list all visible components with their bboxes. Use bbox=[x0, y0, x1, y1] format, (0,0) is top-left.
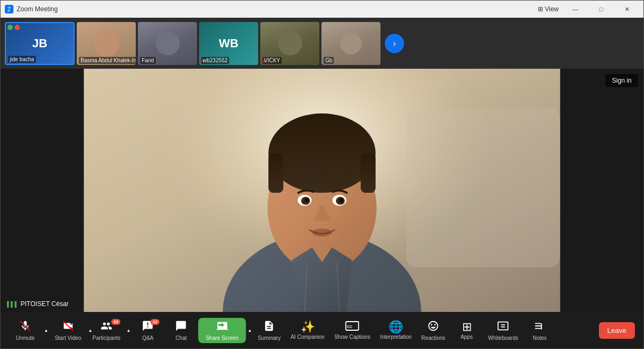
maximize-button[interactable]: □ bbox=[589, 1, 613, 18]
minimize-button[interactable]: — bbox=[563, 1, 588, 18]
main-video: Sign in ▌▌▌ PITOISET César bbox=[1, 69, 643, 312]
toolbar-right: Leave bbox=[599, 322, 635, 339]
interpretation-icon: 🌐 bbox=[389, 321, 403, 333]
microphone-icon bbox=[19, 320, 31, 334]
participants-arrow[interactable]: ▲ bbox=[127, 328, 131, 333]
participants-strip: JB jide bacha Basma Abdul Khalek-Instit.… bbox=[1, 18, 643, 69]
participant-name-basma: Basma Abdul Khalek-Instit... bbox=[79, 57, 136, 64]
qa-badge: 22 bbox=[151, 319, 160, 325]
apps-label: Apps bbox=[460, 334, 473, 340]
ai-companion-button[interactable]: ✨ AI Companion bbox=[287, 319, 329, 342]
notes-button[interactable]: Notes bbox=[524, 318, 556, 343]
svg-rect-7 bbox=[268, 153, 283, 193]
reactions-icon bbox=[427, 320, 439, 334]
show-captions-label: Show Captions bbox=[334, 334, 370, 340]
leave-button[interactable]: Leave bbox=[599, 322, 635, 339]
share-screen-icon bbox=[216, 320, 228, 334]
toolbar: Unmute ▲ Start Video ▲ bbox=[1, 312, 643, 348]
video-frame bbox=[1, 69, 643, 312]
share-screen-button[interactable]: Share Screen bbox=[198, 318, 246, 343]
share-arrow[interactable]: ▲ bbox=[248, 328, 252, 333]
window-title: Zoom Meeting bbox=[17, 5, 58, 13]
participant-name-wb: wb232552 bbox=[201, 57, 229, 64]
participant-thumb-gb[interactable]: Gb bbox=[321, 22, 380, 65]
speaker-name: PITOISET César bbox=[20, 300, 69, 308]
unmute-arrow[interactable]: ▲ bbox=[44, 328, 48, 333]
view-button[interactable]: ⊞ View bbox=[538, 5, 559, 13]
reactions-button[interactable]: Reactions bbox=[417, 318, 449, 343]
participants-icon bbox=[100, 320, 112, 334]
mute-indicator-jide bbox=[14, 25, 20, 30]
participant-thumb-wb[interactable]: WB 🔇 wb232552 bbox=[199, 22, 258, 65]
svg-text:CC: CC bbox=[347, 325, 353, 329]
svg-point-15 bbox=[312, 229, 332, 237]
participants-button[interactable]: Participants 65 bbox=[88, 318, 125, 343]
window-controls: — □ ✕ bbox=[563, 1, 639, 18]
summary-button[interactable]: Summary bbox=[253, 318, 286, 343]
apps-button[interactable]: ⊞ Apps bbox=[451, 319, 483, 342]
start-video-label: Start Video bbox=[55, 335, 81, 341]
participant-thumb-basma[interactable]: Basma Abdul Khalek-Instit... bbox=[77, 22, 136, 65]
participant-name-jide: jide bacha bbox=[8, 56, 36, 63]
chat-label: Chat bbox=[175, 335, 187, 341]
summary-label: Summary bbox=[258, 335, 281, 341]
participants-count: 65 bbox=[112, 319, 121, 325]
signal-icon: ▌▌▌ bbox=[7, 301, 18, 307]
notes-label: Notes bbox=[533, 335, 547, 341]
svg-point-13 bbox=[305, 198, 309, 202]
speaking-indicator bbox=[8, 25, 13, 30]
chat-button[interactable]: Chat bbox=[165, 318, 197, 343]
participant-name-vicky: VICKY bbox=[262, 57, 282, 64]
video-content bbox=[1, 69, 643, 312]
video-icon bbox=[62, 320, 74, 334]
qa-label: Q&A bbox=[142, 335, 153, 341]
next-participants-button[interactable]: › bbox=[385, 34, 404, 53]
apps-icon: ⊞ bbox=[462, 321, 472, 333]
svg-rect-2 bbox=[406, 108, 560, 267]
participant-name-farid: Farid bbox=[140, 57, 156, 64]
participant-thumb-jide[interactable]: JB jide bacha bbox=[5, 22, 75, 65]
captions-icon: CC bbox=[346, 321, 360, 333]
svg-rect-8 bbox=[361, 153, 376, 193]
reactions-label: Reactions bbox=[421, 335, 445, 341]
zoom-icon: Z bbox=[5, 5, 13, 13]
toolbar-center: Participants 65 ▲ Q&A 22 bbox=[88, 318, 555, 343]
interpretation-button[interactable]: 🌐 Interpretation bbox=[376, 319, 416, 342]
close-button[interactable]: ✕ bbox=[614, 1, 639, 18]
unmute-label: Unmute bbox=[16, 335, 34, 341]
titlebar: Z Zoom Meeting ⊞ View — □ ✕ bbox=[1, 1, 643, 18]
main-content: JB jide bacha Basma Abdul Khalek-Instit.… bbox=[1, 18, 643, 348]
speaker-label: ▌▌▌ PITOISET César bbox=[7, 300, 69, 308]
share-screen-label: Share Screen bbox=[206, 335, 238, 341]
notes-icon bbox=[534, 320, 546, 334]
svg-point-14 bbox=[339, 198, 343, 202]
whiteboards-icon bbox=[497, 320, 509, 334]
interpretation-label: Interpretation bbox=[380, 334, 412, 340]
svg-point-6 bbox=[268, 113, 376, 193]
toolbar-left: Unmute ▲ Start Video ▲ bbox=[9, 318, 92, 343]
chat-icon bbox=[175, 320, 187, 334]
ai-companion-icon: ✨ bbox=[301, 321, 315, 333]
participant-thumb-vicky[interactable]: 🔇 VICKY bbox=[260, 22, 319, 65]
ai-companion-label: AI Companion bbox=[291, 334, 325, 340]
summary-icon bbox=[264, 320, 275, 334]
show-captions-button[interactable]: CC Show Captions bbox=[330, 319, 375, 342]
unmute-button[interactable]: Unmute bbox=[9, 318, 41, 343]
whiteboards-label: Whiteboards bbox=[488, 335, 518, 341]
qa-button[interactable]: Q&A 22 bbox=[131, 318, 164, 343]
participant-name-gb: Gb bbox=[324, 57, 334, 64]
start-video-button[interactable]: Start Video bbox=[50, 318, 85, 343]
participant-thumb-farid[interactable]: Farid bbox=[138, 22, 197, 65]
participants-label: Participants bbox=[92, 335, 120, 341]
whiteboards-button[interactable]: Whiteboards bbox=[484, 318, 523, 343]
zoom-window: Z Zoom Meeting ⊞ View — □ ✕ JB jide bach… bbox=[0, 0, 644, 349]
titlebar-left: Z Zoom Meeting bbox=[5, 5, 58, 13]
sign-in-button[interactable]: Sign in bbox=[605, 74, 638, 87]
